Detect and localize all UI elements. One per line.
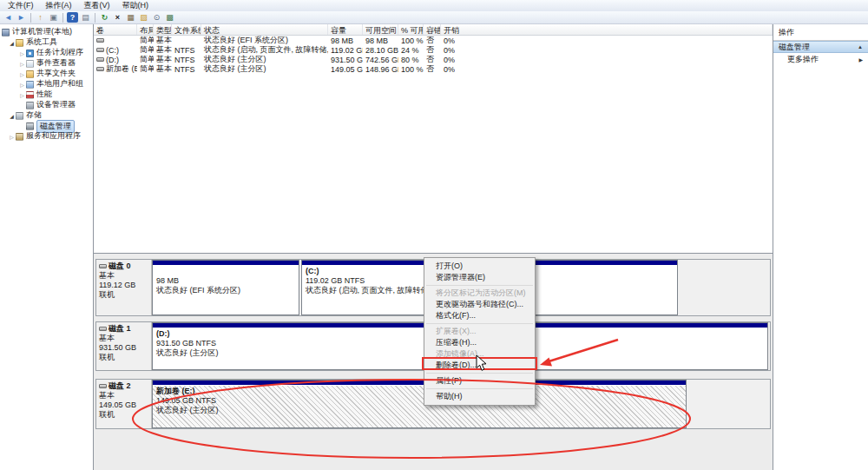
partition-efi[interactable]: 98 MB 状态良好 (EFI 系统分区) [152,260,299,315]
menu-file[interactable]: 文件(F) [2,0,40,12]
context-menu: 打开(O) 资源管理器(E) 将分区标记为活动分区(M) 更改驱动器号和路径(C… [424,257,536,406]
expander-collapsed-icon[interactable]: ▷ [18,50,26,56]
event-viewer-icon [26,60,34,68]
console-tree: 计算机管理(本地) ◢ 系统工具 ▷ 任务计划程序 ▷ 事件查看器 ▷ 共享文件… [0,24,94,470]
menu-separator [426,285,533,286]
col-fault-tolerance[interactable]: 容错 [424,24,441,35]
expander-collapsed-icon[interactable]: ▷ [8,134,16,140]
manage-icon[interactable]: ▩ [164,12,175,23]
col-type[interactable]: 类型 [154,24,172,35]
expander-collapsed-icon[interactable]: ▷ [18,92,26,98]
refresh-icon[interactable]: ↻ [99,12,110,23]
delete-icon[interactable]: × [112,12,123,23]
properties-icon[interactable]: ▦ [125,12,136,23]
search-icon[interactable]: ⊙ [151,12,162,23]
expander-collapsed-icon[interactable]: ▷ [18,71,26,77]
disk-icon [99,327,107,331]
menu-action[interactable]: 操作(A) [40,0,78,12]
volume-list: 卷 布局 类型 文件系统 状态 容量 可用空间 % 可用 容错 开销 简单 基本… [94,24,773,254]
col-volume[interactable]: 卷 [94,24,137,35]
menu-help[interactable]: 帮助(H) [116,0,155,12]
storage-icon [16,112,23,120]
disk-2-label[interactable]: 磁盘 2 基本 149.05 GB 联机 [96,380,152,428]
menu-item-format[interactable]: 格式化(F)... [424,310,535,321]
col-status[interactable]: 状态 [201,24,328,35]
menu-item-explorer[interactable]: 资源管理器(E) [424,272,535,283]
actions-group-disk-management[interactable]: 磁盘管理 ▲ [773,41,868,53]
actions-panel: 操作 磁盘管理 ▲ 更多操作 ▶ [773,24,868,470]
toolbar-separator [30,13,31,23]
menu-item-help[interactable]: 帮助(H) [424,391,535,402]
forward-icon[interactable]: ► [16,12,27,23]
menu-item-mark-active: 将分区标记为活动分区(M) [424,288,535,299]
help-icon[interactable]: ? [67,12,78,23]
col-overhead[interactable]: 开销 [441,24,773,35]
disk-icon [99,264,107,268]
expander-collapsed-icon[interactable]: ▷ [18,61,26,67]
menu-view[interactable]: 查看(V) [78,0,116,12]
task-scheduler-icon [26,50,34,57]
actions-title: 操作 [773,24,868,41]
menu-item-extend-volume: 扩展卷(X)... [424,326,535,337]
col-filesystem[interactable]: 文件系统 [172,24,201,35]
services-icon [16,133,23,141]
performance-icon [26,91,34,99]
show-hide-tree-icon[interactable]: ▤ [80,12,91,23]
toolbar: ◄ ► ↑ ▣ ? ▤ ↻ × ▦ ▨ ⊙ ▩ [0,11,868,24]
more-actions-item[interactable]: 更多操作 ▶ [773,53,868,65]
expander-expanded-icon[interactable]: ◢ [8,113,16,119]
col-capacity[interactable]: 容量 [328,24,363,35]
menu-item-shrink-volume[interactable]: 压缩卷(H)... [424,337,535,348]
partition-e-selected[interactable]: 新加卷 (E:) 149.05 GB NTFS 状态良好 (主分区) [152,380,687,428]
menu-item-properties[interactable]: 属性(P) [424,375,535,387]
col-layout[interactable]: 布局 [137,24,154,35]
tree-item-device-manager[interactable]: 设备管理器 [0,100,93,110]
menu-item-add-mirror: 添加镜像(A)... [424,348,535,360]
menu-item-delete-volume[interactable]: 删除卷(D)... [424,360,535,371]
local-users-icon [26,81,34,89]
toolbar-separator [95,13,95,23]
back-icon[interactable]: ◄ [3,12,14,23]
device-manager-icon [26,102,34,109]
computer-icon [2,29,10,36]
col-pct-free[interactable]: % 可用 [398,24,424,35]
menu-separator [426,323,533,324]
menu-bar: 文件(F) 操作(A) 查看(V) 帮助(H) [0,0,868,11]
shared-folders-icon [26,70,34,78]
tree-item-services-applications[interactable]: ▷ 服务和应用程序 [0,131,93,142]
disk-1-label[interactable]: 磁盘 1 基本 931.50 GB 联机 [96,322,152,370]
expander-expanded-icon[interactable]: ◢ [8,40,16,46]
disk-icon [99,384,107,388]
disk-management-icon [26,122,34,130]
volume-icon [96,67,104,71]
col-free-space[interactable]: 可用空间 [363,24,398,35]
disk-0-label[interactable]: 磁盘 0 基本 119.12 GB 联机 [96,260,152,315]
volume-icon [96,57,104,62]
expander-collapsed-icon[interactable]: ▷ [18,82,26,88]
menu-separator [426,373,533,374]
menu-item-change-drive-letter[interactable]: 更改驱动器号和路径(C)... [424,299,535,310]
console-window-icon[interactable]: ▣ [48,12,59,23]
menu-separator [426,388,533,389]
toolbar-separator [62,13,63,23]
volume-row-e[interactable]: 新加卷 (E:) 简单 基本 NTFS 状态良好 (主分区) 149.05 GB… [94,64,773,74]
volume-icon [96,38,104,43]
system-tools-icon [16,39,23,47]
menu-item-open[interactable]: 打开(O) [424,261,535,272]
collapse-arrow-icon[interactable]: ▲ [858,44,863,50]
open-folder-icon[interactable]: ▨ [138,12,149,23]
up-level-icon[interactable]: ↑ [35,12,46,23]
submenu-arrow-icon: ▶ [858,56,863,63]
volume-icon [96,48,104,52]
